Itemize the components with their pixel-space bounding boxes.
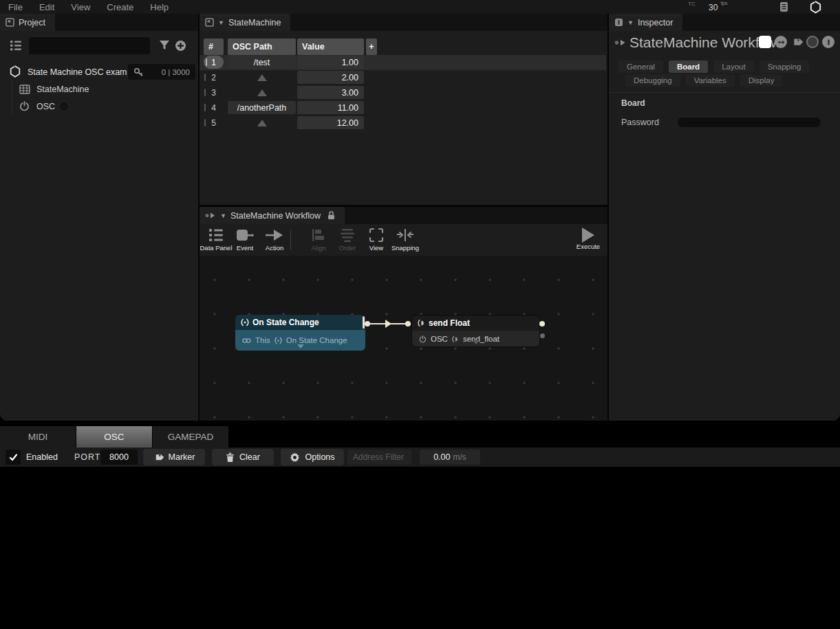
action-button[interactable]: Action — [259, 226, 290, 255]
table-row[interactable]: 4 /anotherPath 11.00 — [200, 100, 607, 115]
table-grid-icon — [19, 85, 30, 94]
node-on-state-change[interactable]: On State Change This On State Change — [235, 315, 365, 351]
document-icon[interactable] — [779, 1, 789, 12]
tab-display[interactable]: Display — [740, 74, 783, 87]
tab-osc[interactable]: OSC — [76, 426, 152, 448]
chevron-down-icon[interactable]: ▼ — [627, 19, 634, 26]
osc-path-cell[interactable] — [228, 116, 296, 129]
project-search-input[interactable] — [29, 37, 150, 54]
status-circle-icon[interactable] — [806, 36, 819, 48]
tab-board[interactable]: Board — [669, 60, 708, 73]
node-send-float[interactable]: send Float OSC send_float — [411, 315, 540, 347]
view-button[interactable]: View — [361, 226, 391, 255]
value-cell[interactable]: 11.00 — [297, 101, 364, 114]
tree-root-row[interactable]: State Machine OSC examp 0 | 3000 — [0, 64, 198, 80]
tab-snapping[interactable]: Snapping — [760, 60, 810, 73]
tree-item-label: OSC — [36, 102, 55, 111]
node-header[interactable]: send Float — [412, 316, 539, 331]
list-view-icon[interactable] — [9, 38, 23, 52]
menu-create[interactable]: Create — [107, 2, 133, 12]
align-icon — [311, 226, 326, 244]
lock-icon[interactable] — [327, 211, 335, 220]
tab-layout[interactable]: Layout — [713, 60, 754, 73]
event-icon — [236, 226, 254, 244]
chevron-down-icon[interactable]: ▼ — [220, 212, 226, 219]
default-arrow-icon — [257, 89, 267, 96]
tree-item-osc[interactable]: OSC — [12, 98, 198, 115]
address-filter-input[interactable] — [347, 450, 411, 465]
menu-help[interactable]: Help — [150, 2, 169, 12]
tab-gamepad[interactable]: GAMEPAD — [153, 426, 228, 448]
column-header-value: Value — [297, 38, 364, 55]
project-root-badge[interactable]: 0 | 3000 — [128, 64, 195, 80]
table-row[interactable]: 3 3.00 — [200, 85, 607, 100]
remote-control-icon[interactable] — [775, 36, 787, 48]
project-tab[interactable]: Project — [0, 14, 55, 31]
secondary-port[interactable] — [540, 333, 545, 338]
snapping-icon — [396, 226, 414, 244]
osc-path-cell[interactable]: /test — [228, 56, 296, 69]
app-logo-icon[interactable] — [809, 1, 822, 14]
output-port[interactable] — [365, 321, 370, 327]
trash-icon — [226, 452, 235, 463]
menu-edit[interactable]: Edit — [39, 2, 54, 12]
row-number[interactable]: 3 — [204, 86, 224, 99]
node-target-label: This — [255, 336, 270, 344]
tab-debugging[interactable]: Debugging — [625, 74, 680, 87]
node-canvas[interactable]: On State Change This On State Change — [200, 256, 607, 421]
color-swatch-icon[interactable] — [759, 36, 771, 48]
osc-path-cell[interactable] — [228, 71, 296, 84]
table-row[interactable]: 2 2.00 — [200, 70, 607, 85]
options-button[interactable]: Options — [281, 449, 344, 465]
node-header[interactable]: On State Change — [235, 315, 365, 330]
inspector-tabs-row1: General Board Layout Snapping — [618, 60, 830, 73]
menu-file[interactable]: File — [8, 2, 23, 12]
workflow-tab[interactable]: ▼ StateMachine Workflow — [200, 207, 345, 224]
snapping-button[interactable]: Snapping — [390, 226, 420, 255]
row-number[interactable]: 1 — [204, 56, 224, 69]
output-port[interactable] — [539, 321, 545, 327]
row-number[interactable]: 5 — [204, 116, 224, 129]
value-cell[interactable]: 3.00 — [297, 86, 364, 99]
port-value-field[interactable]: 8000 — [100, 450, 138, 465]
data-panel-button[interactable]: Data Panel — [201, 226, 231, 255]
menu-view[interactable]: View — [71, 2, 90, 12]
event-button[interactable]: Event — [230, 226, 260, 255]
inspector-panel: ▼ Inspector StateMachine Workflow — [609, 14, 840, 421]
filter-funnel-icon[interactable] — [158, 39, 171, 52]
value-cell[interactable]: 2.00 — [297, 71, 364, 84]
row-number[interactable]: 4 — [204, 101, 224, 114]
table-row[interactable]: 1 /test 1.00 — [200, 55, 607, 70]
tree-item-statemachine[interactable]: StateMachine — [12, 80, 198, 98]
input-port[interactable] — [405, 321, 411, 327]
expand-chevron-icon[interactable] — [297, 344, 304, 349]
float-paren-icon — [452, 335, 459, 343]
marker-button[interactable]: Marker — [143, 449, 205, 465]
enabled-checkbox[interactable] — [6, 450, 21, 465]
inspector-tab[interactable]: ▼ Inspector — [609, 14, 682, 31]
statemachine-tab[interactable]: ▼ StateMachine — [200, 14, 290, 31]
clear-label: Clear — [239, 452, 260, 462]
table-row[interactable]: 5 12.00 — [200, 115, 607, 131]
expand-chevron-icon[interactable] — [473, 340, 480, 344]
tag-icon[interactable] — [790, 36, 803, 48]
row-number[interactable]: 2 — [204, 71, 224, 84]
value-cell[interactable]: 1.00 — [297, 56, 364, 69]
node-body[interactable]: OSC send_float — [412, 331, 539, 347]
chevron-down-icon[interactable]: ▼ — [218, 19, 224, 26]
fps-display[interactable]: 30 fps — [709, 1, 727, 13]
osc-path-cell[interactable] — [228, 86, 296, 99]
osc-path-cell[interactable]: /anotherPath — [228, 101, 296, 114]
password-input[interactable] — [678, 118, 821, 127]
toggle-circle-icon[interactable] — [822, 36, 834, 48]
clear-button[interactable]: Clear — [212, 449, 274, 465]
execute-button[interactable]: Execute — [572, 226, 605, 255]
options-label: Options — [305, 452, 334, 462]
column-header-path: OSC Path — [228, 38, 296, 55]
tab-variables[interactable]: Variables — [686, 74, 735, 87]
tab-general[interactable]: General — [618, 60, 663, 73]
add-column-button[interactable]: + — [366, 38, 377, 55]
tab-midi[interactable]: MIDI — [0, 426, 76, 448]
value-cell[interactable]: 12.00 — [297, 116, 364, 129]
add-item-icon[interactable] — [175, 40, 186, 52]
